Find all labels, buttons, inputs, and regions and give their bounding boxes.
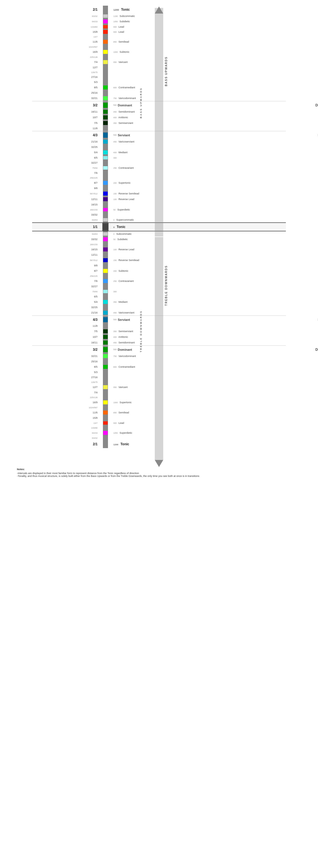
ratio-5-4-td: 5/4 — [32, 301, 100, 303]
ratio-133-80-td: 133/80 — [32, 427, 100, 429]
ratio-64-33-td: 64/33 — [32, 432, 100, 434]
row-9-8: 9/8 — [32, 186, 286, 191]
row-64-63-td: 64/63 0 Subcommatic — [32, 231, 286, 237]
row-64-63: 64/63 0 Supercommatic — [32, 217, 286, 222]
ratio-21-16: 21/16 — [32, 140, 100, 143]
row-16-11-td: 16/11 450 Semidominant — [32, 340, 286, 345]
row-4-3-td: 4/3 500 Serviant Serviant — [32, 315, 286, 323]
ratio-1024-567: 1024/567 — [32, 46, 100, 48]
ratio-16-9-td: 16/9 — [32, 401, 100, 404]
ratio-64-63-td: 64/63 — [32, 233, 100, 235]
name-64-63: 0 Supercommatic — [111, 218, 286, 221]
row-12-11-top: 12/11 100 Reverse Lead — [32, 196, 286, 202]
name-64-63-td: 0 Subcommatic — [111, 232, 286, 235]
notes-title: Notes: — [17, 468, 301, 471]
row-1024-567-td: 1024/567 — [32, 405, 286, 410]
ratio-15-8-td: 15/8 — [32, 416, 100, 419]
ratio-33-32: 33/32 — [32, 213, 100, 216]
name-1-1-middle: 0 Tonic Tonic — [111, 225, 286, 229]
row-11-8: 11/8 — [32, 126, 286, 131]
ratio-32-27: 32/27 — [32, 161, 100, 164]
name-16-11-td: 450 Semidominant — [111, 341, 286, 344]
ratio-32-21: 32/21 — [32, 97, 100, 100]
ratio-64-33-top: 64/33 — [32, 20, 100, 23]
treble-downwards-text: TREBLE DOWNWARDS — [140, 310, 142, 352]
ratio-160-153: 160/153 — [32, 209, 100, 211]
ratio-16-11: 16/11 — [32, 110, 100, 113]
notes-line-1: -Intervals are displayed in their most f… — [17, 472, 301, 475]
ratio-16-15-td: 16/15 — [32, 248, 100, 251]
ratio-133-80: 133/80 — [32, 26, 100, 28]
row-225-128-td: 225/128 — [32, 395, 286, 400]
ratio-3-2-td: 3/2 — [32, 348, 100, 351]
name-4-3-td: 500 Serviant Serviant — [111, 318, 286, 321]
ratio-25-16: 25/16 — [32, 91, 100, 94]
name-64-33-td: 1050 Superdietic — [111, 431, 286, 434]
row-13-7-td: 13/7 900 Lead — [32, 421, 286, 426]
ratio-63-32-td: 63/32 — [32, 437, 100, 439]
row-32-25: 32/25 — [32, 145, 286, 150]
ratio-10-7-td: 10/7 — [32, 336, 100, 338]
ratio-8-7-td: 8/7 — [32, 270, 100, 272]
row-256-225-td: 256/225 — [32, 274, 286, 278]
ratio-27-16: 27/16 — [32, 75, 100, 79]
row-15-8: 15/8 900 Lead — [32, 29, 286, 34]
name-16-11: 450 Semidominant — [111, 110, 286, 113]
name-63-32: 1190 Subcommatic — [111, 15, 286, 18]
row-1-1-middle: 1/1 0 Tonic Tonic — [32, 222, 286, 231]
row-1024-567: 1024/567 — [32, 44, 286, 49]
row-32-25-td: 32/25 — [32, 305, 286, 310]
ratio-13-7: 13/7 — [32, 36, 100, 38]
ratio-16-11-td: 16/11 — [32, 341, 100, 344]
ratio-7-6-td: 7/6 — [32, 280, 100, 282]
row-33-32: 33/32 — [32, 212, 286, 217]
treble-downwards-label: TREBLE DOWNWARDS — [165, 265, 168, 306]
name-133-80: 900 Lead — [111, 25, 286, 28]
row-27-16-td: 27/16 — [32, 375, 286, 380]
row-7-4-td: 7/4 — [32, 390, 286, 395]
row-128-75-td: 128/75 — [32, 380, 286, 384]
name-15-8: 900 Lead — [111, 30, 286, 33]
row-8-5-td: 8/5 800 Contramediant — [32, 364, 286, 370]
ratio-32-25: 32/25 — [32, 146, 100, 148]
ratio-21-16-td: 21/16 — [32, 311, 100, 314]
row-256-225: 256/225 — [32, 176, 286, 180]
row-11-6-td: 11/6 850 Semilead — [32, 410, 286, 415]
name-7-5: 350 Semiserviant — [111, 122, 286, 124]
ratio-2-1-top: 2/1 — [32, 8, 100, 11]
ratio-2-1-bottom: 2/1 — [32, 442, 100, 446]
name-32-21: 750 Varicodominant — [111, 97, 286, 100]
ratio-16-9: 16/9 — [32, 51, 100, 53]
name-16-9: 1000 Subtonic — [111, 51, 286, 53]
row-7-6-td: 7/6 250 Contravariant — [32, 278, 286, 284]
name-21-16-td: 450 Varicoserviant — [111, 311, 286, 314]
row-8-5: 8/5 800 Contramediant — [32, 85, 286, 90]
row-225-128: 225/128 — [32, 55, 286, 59]
row-32-21: 32/21 750 Varicodominant — [32, 95, 286, 101]
row-2-1-bottom: 2/1 1200 Tonic Tonic — [32, 440, 286, 448]
ratio-1024-567-td: 1024/567 — [32, 406, 100, 409]
row-7-6: 7/6 — [32, 170, 286, 176]
ratio-75-64: 75/64 — [32, 167, 100, 169]
name-5-4-td: 350 Mediant — [111, 301, 286, 303]
row-2-1-top: 2/1 1200 Tonic Tonic — [32, 6, 286, 13]
ratio-9-8-td: 9/8 — [32, 264, 100, 267]
row-5-4: 5/4 400 Mediant — [32, 150, 286, 155]
ratio-10-7: 10/7 — [32, 116, 100, 119]
name-8-7-td: 200 Subtonic — [111, 270, 286, 272]
ratio-4-3-td: 4/3 — [32, 318, 100, 322]
ratio-16-15: 16/15 — [32, 203, 100, 206]
ratio-11-6-td: 11/6 — [32, 411, 100, 414]
row-7-5: 7/5 350 Semiserviant — [32, 120, 286, 126]
name-21-16: 450 Varicoserviant — [111, 140, 286, 143]
row-25-16-td: 25/16 — [32, 359, 286, 364]
row-13-7: 13/7 — [32, 34, 286, 39]
ratio-11-6: 11/6 — [32, 40, 100, 43]
name-567-512: 150 Reverse Semilead — [111, 192, 286, 195]
row-3-2-top: 3/2 500 Dominant Dominant — [32, 101, 286, 109]
ratio-13-7-td: 13/7 — [32, 422, 100, 425]
row-63-32-td: 63/32 — [32, 436, 286, 440]
name-tonic-top: 1200 Tonic Tonic — [111, 8, 286, 11]
ratio-7-5: 7/5 — [32, 122, 100, 124]
ratio-225-128: 225/128 — [32, 56, 100, 58]
